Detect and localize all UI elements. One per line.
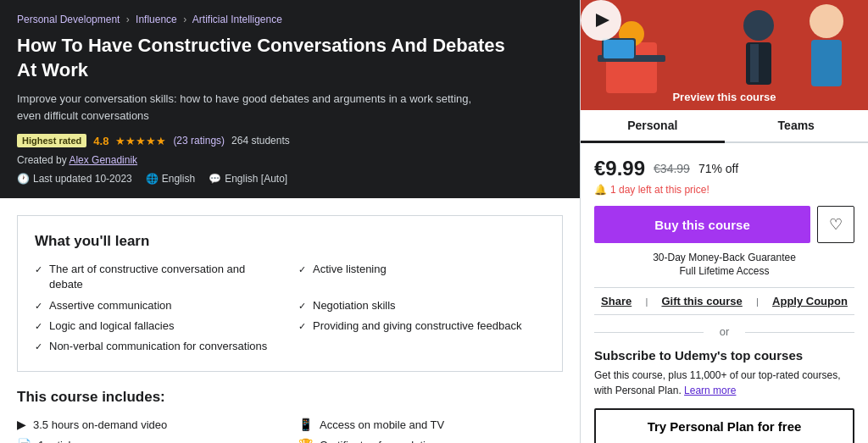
course-description: Improve your conversation skills: how to… <box>17 91 492 124</box>
buy-button[interactable]: Buy this course <box>594 206 810 243</box>
discount-badge: 71% off <box>698 162 738 175</box>
svg-point-6 <box>743 10 774 41</box>
learn-box: What you'll learn ✓ The art of construct… <box>17 215 563 372</box>
purchase-area: €9.99 €34.99 71% off 🔔 1 day left at thi… <box>581 143 868 443</box>
list-item: ✓ Negotiation skills <box>298 298 545 313</box>
course-preview[interactable]: Preview this course <box>581 0 868 110</box>
subscribe-title: Subscribe to Udemy's top courses <box>594 348 854 363</box>
price-row: €9.99 €34.99 71% off <box>594 157 854 180</box>
rating-score: 4.8 <box>93 135 108 147</box>
course-title: How To Have Constructive Conversations A… <box>17 34 509 82</box>
check-icon: ✓ <box>298 320 306 333</box>
check-icon: ✓ <box>35 341 42 353</box>
cc-icon: 💬 <box>209 173 221 185</box>
language: English <box>162 173 195 185</box>
rating-count[interactable]: (23 ratings) <box>173 135 225 147</box>
alarm-icon: 🔔 <box>594 184 607 196</box>
includes-section: This course includes: ▶ 3.5 hours on-dem… <box>17 389 563 443</box>
creator-link[interactable]: Alex Genadinik <box>69 154 137 166</box>
list-item: 🏆 Certificate of completion <box>298 438 563 443</box>
students-count: 264 students <box>231 135 290 147</box>
globe-icon: 🌐 <box>146 173 159 185</box>
svg-point-9 <box>810 4 843 38</box>
list-item: 📱 Access on mobile and TV <box>298 418 563 431</box>
breadcrumb-item-3[interactable]: Artificial Intelligence <box>192 14 282 25</box>
includes-grid: ▶ 3.5 hours on-demand video 📱 Access on … <box>17 418 563 443</box>
buy-row: Buy this course ♡ <box>594 206 854 243</box>
guarantee-text: 30-Day Money-Back Guarantee <box>594 252 854 263</box>
wishlist-button[interactable]: ♡ <box>817 206 854 243</box>
preview-label: Preview this course <box>672 91 776 103</box>
svg-rect-5 <box>604 40 634 58</box>
list-item: ✓ The art of constructive conversation a… <box>35 262 281 292</box>
includes-heading: This course includes: <box>17 389 563 406</box>
certificate-icon: 🏆 <box>298 438 313 443</box>
check-icon: ✓ <box>298 263 306 276</box>
subtitles: English [Auto] <box>225 173 287 185</box>
check-icon: ✓ <box>35 263 42 276</box>
or-divider: or <box>594 325 854 338</box>
list-item: ✓ Non-verbal communication for conversat… <box>35 339 281 354</box>
list-item: ✓ Logic and logical fallacies <box>35 318 281 334</box>
svg-rect-10 <box>811 40 842 86</box>
check-icon: ✓ <box>35 320 42 333</box>
check-icon: ✓ <box>35 300 42 313</box>
tab-teams[interactable]: Teams <box>725 110 869 143</box>
learn-heading: What you'll learn <box>35 233 545 250</box>
breadcrumb: Personal Development › Influence › Artif… <box>17 14 563 25</box>
original-price: €34.99 <box>654 162 690 175</box>
meta-row: 🕐 Last updated 10-2023 🌐 English 💬 Engli… <box>17 173 563 185</box>
breadcrumb-item-1[interactable]: Personal Development <box>17 14 120 25</box>
subscribe-desc: Get this course, plus 11,000+ of our top… <box>594 368 854 398</box>
list-item: ▶ 3.5 hours on-demand video <box>17 418 281 431</box>
article-icon: 📄 <box>17 438 31 443</box>
stars: ★★★★★ <box>115 135 166 147</box>
coupon-link[interactable]: Apply Coupon <box>772 295 848 307</box>
play-button[interactable] <box>581 0 621 41</box>
creator-row: Created by Alex Genadinik <box>17 154 563 166</box>
svg-rect-8 <box>750 44 759 82</box>
learn-grid: ✓ The art of constructive conversation a… <box>35 262 545 354</box>
current-price: €9.99 <box>594 157 645 180</box>
tab-personal[interactable]: Personal <box>581 110 725 143</box>
tabs: Personal Teams <box>581 110 868 143</box>
list-item: ✓ Active listening <box>298 262 545 292</box>
check-icon: ✓ <box>298 300 306 313</box>
learn-more-link[interactable]: Learn more <box>684 385 736 396</box>
share-link[interactable]: Share <box>601 295 632 307</box>
mobile-icon: 📱 <box>298 418 313 431</box>
last-updated: Last updated 10-2023 <box>33 173 132 185</box>
list-item: 📄 1 article <box>17 438 281 443</box>
lifetime-text: Full Lifetime Access <box>594 265 854 277</box>
try-personal-plan-button[interactable]: Try Personal Plan for free <box>594 408 854 443</box>
right-panel: Preview this course Personal Teams €9.99… <box>580 0 868 443</box>
gift-link[interactable]: Gift this course <box>661 295 742 307</box>
rating-row: Highest rated 4.8 ★★★★★ (23 ratings) 264… <box>17 134 563 147</box>
highest-rated-badge: Highest rated <box>17 134 86 147</box>
breadcrumb-item-2[interactable]: Influence <box>136 14 177 25</box>
clock-icon: 🕐 <box>17 173 30 185</box>
action-row: Share | Gift this course | Apply Coupon <box>594 287 854 315</box>
video-icon: ▶ <box>17 418 26 431</box>
list-item: ✓ Assertive communication <box>35 298 281 313</box>
list-item: ✓ Providing and giving constructive feed… <box>298 318 545 334</box>
urgency-message: 🔔 1 day left at this price! <box>594 184 854 196</box>
subscribe-section: Subscribe to Udemy's top courses Get thi… <box>594 348 854 443</box>
